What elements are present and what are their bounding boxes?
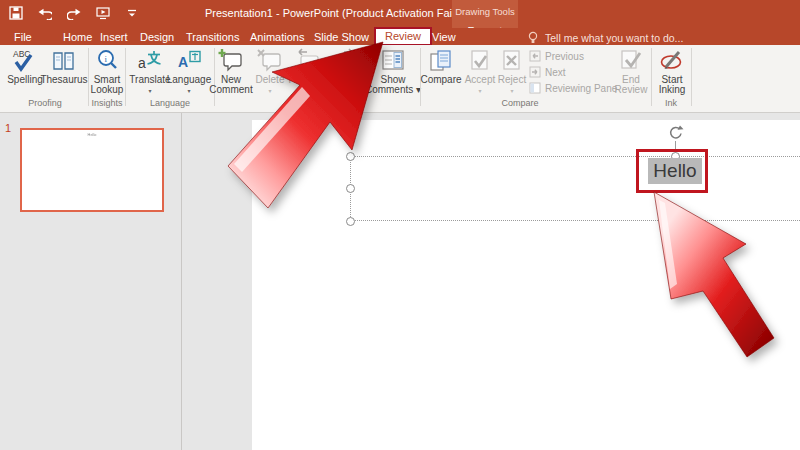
accept-label: Accept bbox=[465, 75, 496, 85]
window-title: Presentation1 - PowerPoint (Product Acti… bbox=[205, 7, 470, 19]
resize-handle-bottom-left[interactable] bbox=[346, 217, 355, 226]
ink-group-label: Ink bbox=[641, 98, 701, 108]
language-dropdown-icon[interactable]: ▾ bbox=[187, 86, 190, 96]
delete-comment-icon bbox=[257, 47, 283, 75]
delete-comment-button[interactable]: Delete ▾ bbox=[252, 47, 288, 96]
review-ribbon: ABC Spelling Thesaurus Proofing i Smart … bbox=[0, 45, 800, 113]
slide-thumbnail-text: Hello bbox=[54, 133, 131, 137]
show-comments-label-2: Comments ▾ bbox=[365, 85, 421, 95]
hello-annotation-box bbox=[636, 149, 708, 193]
end-review-button[interactable]: End Review bbox=[610, 47, 652, 95]
tab-design[interactable]: Design bbox=[140, 31, 174, 43]
customize-qat-icon[interactable] bbox=[124, 5, 139, 20]
tell-me-text: Tell me what you want to do... bbox=[545, 32, 683, 44]
reject-icon bbox=[499, 47, 525, 75]
accept-button[interactable]: Accept ▾ bbox=[462, 47, 498, 96]
rotate-handle-icon[interactable] bbox=[665, 123, 685, 143]
start-from-beginning-icon[interactable] bbox=[95, 5, 110, 20]
language-button[interactable]: A Language ▾ bbox=[166, 47, 212, 96]
language-icon: A bbox=[176, 47, 202, 75]
title-placeholder-textbox[interactable] bbox=[350, 156, 800, 221]
translate-icon: a bbox=[137, 47, 163, 75]
svg-text:a: a bbox=[138, 55, 146, 71]
thesaurus-label: Thesaurus bbox=[40, 75, 87, 85]
spelling-label: Spelling bbox=[7, 75, 43, 85]
start-inking-label-2: Inking bbox=[659, 85, 686, 95]
next-change-icon bbox=[529, 66, 541, 78]
end-review-label-2: Review bbox=[615, 85, 648, 95]
tab-transitions[interactable]: Transitions bbox=[186, 31, 239, 43]
lightbulb-icon bbox=[527, 31, 539, 44]
tab-file[interactable]: File bbox=[14, 31, 32, 43]
previous-change-button[interactable]: Previous bbox=[529, 50, 584, 62]
tab-review-active[interactable]: Review bbox=[374, 27, 432, 46]
next-comment-icon bbox=[330, 47, 356, 75]
start-inking-button[interactable]: Start Inking bbox=[652, 47, 692, 95]
previous-change-icon bbox=[529, 50, 541, 62]
end-review-icon bbox=[618, 47, 644, 75]
tab-insert[interactable]: Insert bbox=[100, 31, 128, 43]
new-comment-label-2: Comment bbox=[209, 85, 252, 95]
next-comment-label: Next bbox=[333, 75, 354, 85]
next-comment-button[interactable]: Next bbox=[326, 47, 360, 85]
compare-icon bbox=[428, 47, 454, 75]
previous-change-label: Previous bbox=[545, 51, 584, 62]
ribbon-tab-bar: File Home Insert Design Transitions Anim… bbox=[0, 28, 800, 45]
show-comments-button[interactable]: Show Comments ▾ bbox=[364, 47, 422, 95]
undo-icon[interactable] bbox=[37, 5, 52, 20]
compare-group-label: Compare bbox=[480, 98, 560, 108]
resize-handle-middle-left[interactable] bbox=[346, 184, 355, 193]
language-label: Language bbox=[167, 75, 212, 85]
resize-handle-top-left[interactable] bbox=[346, 152, 355, 161]
drawing-tools-label: Drawing Tools bbox=[452, 6, 518, 17]
next-change-label: Next bbox=[545, 67, 566, 78]
tab-slide-show[interactable]: Slide Show bbox=[314, 31, 369, 43]
quick-access-toolbar bbox=[8, 5, 139, 20]
comments-group-label: Comments bbox=[284, 98, 344, 108]
delete-comment-label: Delete bbox=[256, 75, 285, 85]
next-change-button[interactable]: Next bbox=[529, 66, 566, 78]
slide-thumbnail[interactable]: Hello bbox=[20, 128, 164, 212]
svg-text:A: A bbox=[178, 54, 188, 70]
spelling-icon: ABC bbox=[12, 47, 38, 75]
language-group-label: Language bbox=[140, 98, 200, 108]
redo-icon[interactable] bbox=[66, 5, 81, 20]
slide-number: 1 bbox=[5, 122, 11, 134]
translate-dropdown-icon[interactable]: ▾ bbox=[148, 86, 151, 96]
tab-home[interactable]: Home bbox=[63, 31, 92, 43]
show-comments-icon bbox=[380, 47, 406, 75]
delete-dropdown-icon[interactable]: ▾ bbox=[268, 86, 271, 96]
thesaurus-button[interactable]: Thesaurus bbox=[40, 47, 88, 85]
save-icon[interactable] bbox=[8, 5, 23, 20]
reject-dropdown-icon[interactable]: ▾ bbox=[510, 86, 513, 96]
previous-comment-label: Previous bbox=[289, 75, 328, 85]
compare-button[interactable]: Compare bbox=[418, 47, 464, 85]
spelling-button[interactable]: ABC Spelling bbox=[6, 47, 44, 85]
insights-group-label: Insights bbox=[77, 98, 137, 108]
smart-lookup-icon: i bbox=[94, 47, 120, 75]
title-bar: Presentation1 - PowerPoint (Product Acti… bbox=[0, 0, 800, 28]
compare-label: Compare bbox=[420, 75, 461, 85]
translate-label: Translate bbox=[129, 75, 170, 85]
reviewing-pane-icon bbox=[529, 82, 541, 94]
start-inking-icon bbox=[659, 47, 685, 75]
previous-comment-button[interactable]: Previous bbox=[288, 47, 328, 85]
tell-me-box[interactable]: Tell me what you want to do... bbox=[527, 31, 683, 44]
powerpoint-window: Presentation1 - PowerPoint (Product Acti… bbox=[0, 0, 800, 450]
previous-comment-icon bbox=[295, 47, 321, 75]
tab-view[interactable]: View bbox=[432, 31, 456, 43]
accept-dropdown-icon[interactable]: ▾ bbox=[478, 86, 481, 96]
reviewing-pane-button[interactable]: Reviewing Pane bbox=[529, 82, 617, 94]
reject-label: Reject bbox=[498, 75, 526, 85]
tab-animations[interactable]: Animations bbox=[250, 31, 304, 43]
new-comment-icon bbox=[218, 47, 244, 75]
reject-button[interactable]: Reject ▾ bbox=[494, 47, 530, 96]
new-comment-button[interactable]: New Comment bbox=[208, 47, 254, 95]
thesaurus-icon bbox=[51, 47, 77, 75]
smart-lookup-label-2: Lookup bbox=[91, 85, 124, 95]
panel-divider[interactable] bbox=[181, 113, 182, 450]
accept-icon bbox=[467, 47, 493, 75]
proofing-group-label: Proofing bbox=[15, 98, 75, 108]
smart-lookup-button[interactable]: i Smart Lookup bbox=[88, 47, 126, 95]
reviewing-pane-label: Reviewing Pane bbox=[545, 83, 617, 94]
